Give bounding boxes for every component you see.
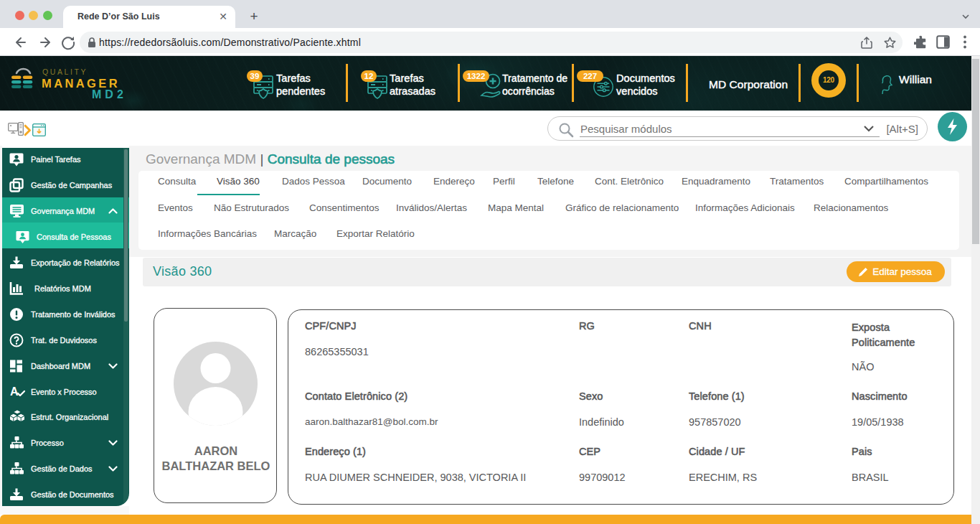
svg-text:MD2: MD2 [92,88,126,100]
svg-text:QUALITY: QUALITY [42,67,88,76]
svg-text:MANAGER: MANAGER [42,77,120,90]
svg-text:A: A [10,385,19,398]
